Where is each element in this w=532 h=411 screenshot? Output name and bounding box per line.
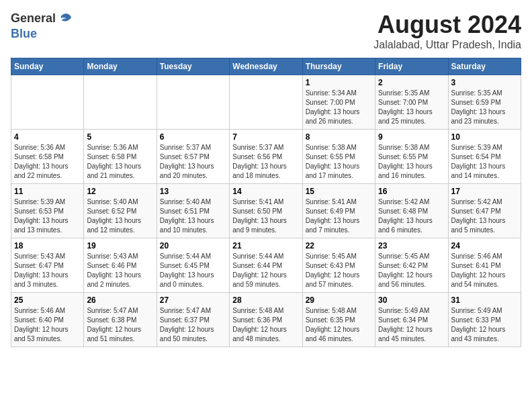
day-number: 24 bbox=[451, 241, 518, 250]
day-info: Sunrise: 5:45 AM Sunset: 6:42 PM Dayligh… bbox=[378, 252, 445, 289]
day-number: 19 bbox=[87, 241, 153, 250]
day-info: Sunrise: 5:46 AM Sunset: 6:41 PM Dayligh… bbox=[451, 252, 518, 289]
calendar-cell: 13Sunrise: 5:40 AM Sunset: 6:51 PM Dayli… bbox=[157, 184, 229, 238]
title-area: August 2024 Jalalabad, Uttar Pradesh, In… bbox=[373, 11, 521, 51]
day-info: Sunrise: 5:42 AM Sunset: 6:47 PM Dayligh… bbox=[451, 197, 518, 235]
calendar-cell: 20Sunrise: 5:44 AM Sunset: 6:45 PM Dayli… bbox=[157, 238, 229, 293]
day-info: Sunrise: 5:47 AM Sunset: 6:38 PM Dayligh… bbox=[87, 306, 153, 344]
day-number: 16 bbox=[378, 187, 445, 196]
day-header-wednesday: Wednesday bbox=[230, 58, 302, 75]
day-header-monday: Monday bbox=[84, 58, 157, 75]
day-number: 28 bbox=[232, 295, 299, 305]
calendar-cell: 19Sunrise: 5:43 AM Sunset: 6:46 PM Dayli… bbox=[84, 238, 157, 293]
day-number: 30 bbox=[378, 295, 445, 305]
calendar-cell bbox=[11, 75, 84, 130]
day-number: 15 bbox=[306, 187, 372, 196]
calendar-cell: 6Sunrise: 5:37 AM Sunset: 6:57 PM Daylig… bbox=[157, 130, 229, 184]
day-number: 1 bbox=[306, 78, 372, 87]
location-subtitle: Jalalabad, Uttar Pradesh, India bbox=[373, 39, 521, 51]
day-number: 5 bbox=[87, 132, 153, 142]
calendar-cell: 5Sunrise: 5:36 AM Sunset: 6:58 PM Daylig… bbox=[84, 130, 157, 184]
day-number: 23 bbox=[378, 241, 445, 250]
day-number: 26 bbox=[87, 295, 153, 305]
day-info: Sunrise: 5:48 AM Sunset: 6:35 PM Dayligh… bbox=[306, 306, 372, 344]
day-number: 11 bbox=[14, 187, 81, 196]
day-info: Sunrise: 5:37 AM Sunset: 6:57 PM Dayligh… bbox=[160, 143, 226, 181]
day-info: Sunrise: 5:41 AM Sunset: 6:50 PM Dayligh… bbox=[232, 197, 299, 235]
day-number: 29 bbox=[306, 295, 372, 305]
day-number: 20 bbox=[160, 241, 226, 250]
day-info: Sunrise: 5:43 AM Sunset: 6:47 PM Dayligh… bbox=[14, 252, 81, 289]
day-info: Sunrise: 5:44 AM Sunset: 6:45 PM Dayligh… bbox=[160, 252, 226, 289]
calendar-cell: 28Sunrise: 5:48 AM Sunset: 6:36 PM Dayli… bbox=[230, 293, 302, 347]
day-info: Sunrise: 5:49 AM Sunset: 6:33 PM Dayligh… bbox=[451, 306, 518, 344]
calendar-cell: 4Sunrise: 5:36 AM Sunset: 6:58 PM Daylig… bbox=[11, 130, 84, 184]
day-info: Sunrise: 5:35 AM Sunset: 6:59 PM Dayligh… bbox=[451, 89, 518, 126]
month-year-title: August 2024 bbox=[373, 11, 521, 39]
calendar-week-row: 18Sunrise: 5:43 AM Sunset: 6:47 PM Dayli… bbox=[11, 238, 521, 293]
calendar-cell bbox=[84, 75, 157, 130]
day-header-sunday: Sunday bbox=[11, 58, 84, 75]
day-number: 18 bbox=[14, 241, 81, 250]
logo-bird-icon bbox=[57, 11, 73, 27]
day-info: Sunrise: 5:40 AM Sunset: 6:51 PM Dayligh… bbox=[160, 197, 226, 235]
day-header-tuesday: Tuesday bbox=[157, 58, 229, 75]
day-info: Sunrise: 5:39 AM Sunset: 6:54 PM Dayligh… bbox=[451, 143, 518, 181]
calendar-cell: 17Sunrise: 5:42 AM Sunset: 6:47 PM Dayli… bbox=[448, 184, 521, 238]
calendar-header-row: SundayMondayTuesdayWednesdayThursdayFrid… bbox=[11, 58, 521, 75]
day-header-saturday: Saturday bbox=[448, 58, 521, 75]
calendar-cell: 3Sunrise: 5:35 AM Sunset: 6:59 PM Daylig… bbox=[448, 75, 521, 130]
calendar-cell: 14Sunrise: 5:41 AM Sunset: 6:50 PM Dayli… bbox=[230, 184, 302, 238]
day-header-friday: Friday bbox=[375, 58, 448, 75]
calendar-cell: 24Sunrise: 5:46 AM Sunset: 6:41 PM Dayli… bbox=[448, 238, 521, 293]
day-header-thursday: Thursday bbox=[302, 58, 375, 75]
calendar-week-row: 1Sunrise: 5:34 AM Sunset: 7:00 PM Daylig… bbox=[11, 75, 521, 130]
day-info: Sunrise: 5:47 AM Sunset: 6:37 PM Dayligh… bbox=[160, 306, 226, 344]
day-number: 7 bbox=[232, 132, 299, 142]
calendar-cell: 12Sunrise: 5:40 AM Sunset: 6:52 PM Dayli… bbox=[84, 184, 157, 238]
day-number: 13 bbox=[160, 187, 226, 196]
calendar-cell: 21Sunrise: 5:44 AM Sunset: 6:44 PM Dayli… bbox=[230, 238, 302, 293]
day-number: 8 bbox=[306, 132, 372, 142]
calendar-week-row: 25Sunrise: 5:46 AM Sunset: 6:40 PM Dayli… bbox=[11, 293, 521, 347]
page-header: General Blue August 2024 Jalalabad, Utta… bbox=[11, 11, 521, 51]
day-number: 4 bbox=[14, 132, 81, 142]
day-number: 25 bbox=[14, 295, 81, 305]
day-number: 12 bbox=[87, 187, 153, 196]
day-number: 10 bbox=[451, 132, 518, 142]
day-info: Sunrise: 5:43 AM Sunset: 6:46 PM Dayligh… bbox=[87, 252, 153, 289]
calendar-cell bbox=[157, 75, 229, 130]
logo-blue: Blue bbox=[11, 27, 73, 42]
calendar-cell: 29Sunrise: 5:48 AM Sunset: 6:35 PM Dayli… bbox=[302, 293, 375, 347]
day-info: Sunrise: 5:34 AM Sunset: 7:00 PM Dayligh… bbox=[306, 89, 372, 126]
day-number: 17 bbox=[451, 187, 518, 196]
day-info: Sunrise: 5:36 AM Sunset: 6:58 PM Dayligh… bbox=[14, 143, 81, 181]
calendar-cell: 18Sunrise: 5:43 AM Sunset: 6:47 PM Dayli… bbox=[11, 238, 84, 293]
day-info: Sunrise: 5:42 AM Sunset: 6:48 PM Dayligh… bbox=[378, 197, 445, 235]
calendar-cell: 15Sunrise: 5:41 AM Sunset: 6:49 PM Dayli… bbox=[302, 184, 375, 238]
day-info: Sunrise: 5:41 AM Sunset: 6:49 PM Dayligh… bbox=[306, 197, 372, 235]
day-info: Sunrise: 5:39 AM Sunset: 6:53 PM Dayligh… bbox=[14, 197, 81, 235]
calendar-cell: 31Sunrise: 5:49 AM Sunset: 6:33 PM Dayli… bbox=[448, 293, 521, 347]
day-number: 9 bbox=[378, 132, 445, 142]
calendar-cell: 16Sunrise: 5:42 AM Sunset: 6:48 PM Dayli… bbox=[375, 184, 448, 238]
day-info: Sunrise: 5:37 AM Sunset: 6:56 PM Dayligh… bbox=[232, 143, 299, 181]
day-info: Sunrise: 5:46 AM Sunset: 6:40 PM Dayligh… bbox=[14, 306, 81, 344]
day-number: 2 bbox=[378, 78, 445, 87]
calendar-cell bbox=[230, 75, 302, 130]
calendar-cell: 11Sunrise: 5:39 AM Sunset: 6:53 PM Dayli… bbox=[11, 184, 84, 238]
day-number: 3 bbox=[451, 78, 518, 87]
calendar-body: 1Sunrise: 5:34 AM Sunset: 7:00 PM Daylig… bbox=[11, 75, 521, 347]
day-number: 14 bbox=[232, 187, 299, 196]
calendar-cell: 9Sunrise: 5:38 AM Sunset: 6:55 PM Daylig… bbox=[375, 130, 448, 184]
calendar-cell: 2Sunrise: 5:35 AM Sunset: 7:00 PM Daylig… bbox=[375, 75, 448, 130]
day-info: Sunrise: 5:40 AM Sunset: 6:52 PM Dayligh… bbox=[87, 197, 153, 235]
day-info: Sunrise: 5:38 AM Sunset: 6:55 PM Dayligh… bbox=[306, 143, 372, 181]
calendar-cell: 10Sunrise: 5:39 AM Sunset: 6:54 PM Dayli… bbox=[448, 130, 521, 184]
calendar-cell: 1Sunrise: 5:34 AM Sunset: 7:00 PM Daylig… bbox=[302, 75, 375, 130]
day-number: 31 bbox=[451, 295, 518, 305]
day-info: Sunrise: 5:45 AM Sunset: 6:43 PM Dayligh… bbox=[306, 252, 372, 289]
day-info: Sunrise: 5:48 AM Sunset: 6:36 PM Dayligh… bbox=[232, 306, 299, 344]
day-number: 21 bbox=[232, 241, 299, 250]
logo: General Blue bbox=[11, 11, 73, 42]
